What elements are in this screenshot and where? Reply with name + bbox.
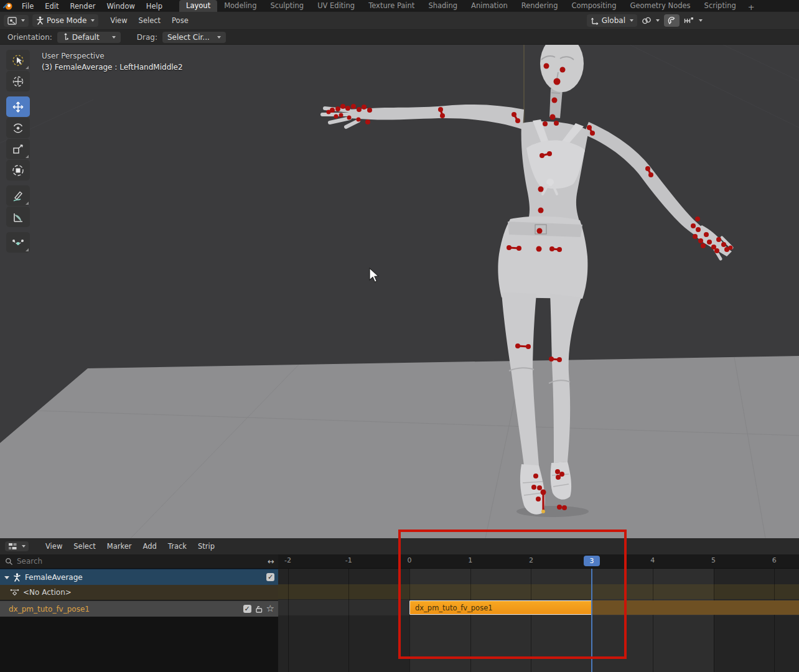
nla-menu-select[interactable]: Select xyxy=(68,542,101,551)
bone-marker-dot[interactable] xyxy=(556,475,561,480)
bone-marker-dot[interactable] xyxy=(538,208,544,213)
bone-marker-dot[interactable] xyxy=(357,118,361,122)
track-mute-checkbox[interactable]: ✓ xyxy=(243,605,251,613)
bone-marker-dot[interactable] xyxy=(698,238,703,243)
bone-marker-dot[interactable] xyxy=(362,105,367,110)
fit-view-button[interactable]: ↔ xyxy=(268,557,274,566)
bone-marker-dot[interactable] xyxy=(347,116,352,120)
selected-bone-tip[interactable] xyxy=(541,510,545,513)
tool-transform-button[interactable] xyxy=(6,160,30,180)
tool-move-button[interactable] xyxy=(6,96,30,117)
workspace-tab-sculpting[interactable]: Sculpting xyxy=(263,0,311,12)
unlock-icon[interactable] xyxy=(255,605,263,614)
workspace-tab-scripting[interactable]: Scripting xyxy=(698,0,743,12)
bone-marker-dot[interactable] xyxy=(544,63,549,69)
bone-marker-dot[interactable] xyxy=(536,497,541,502)
bone-marker-dot[interactable] xyxy=(707,240,712,245)
bone-marker-dot[interactable] xyxy=(704,232,709,237)
bone-marker-dot[interactable] xyxy=(557,357,562,362)
tool-measure-button[interactable] xyxy=(6,207,30,227)
bone-marker-dot[interactable] xyxy=(714,248,719,253)
pivot-point-dropdown[interactable] xyxy=(638,15,663,27)
bone-marker-dot[interactable] xyxy=(526,344,531,349)
workspace-tab-animation[interactable]: Animation xyxy=(464,0,515,12)
snap-toggle[interactable] xyxy=(664,14,680,27)
workspace-tab-rendering[interactable]: Rendering xyxy=(515,0,565,12)
tool-cursor-button[interactable] xyxy=(6,71,30,91)
viewport-menu-pose[interactable]: Pose xyxy=(166,16,194,25)
bone-marker-dot[interactable] xyxy=(533,474,538,478)
workspace-tab-compositing[interactable]: Compositing xyxy=(564,0,623,12)
bone-marker-dot[interactable] xyxy=(721,242,726,247)
bone-marker-dot[interactable] xyxy=(345,106,350,111)
workspace-tab-layout[interactable]: Layout xyxy=(179,0,217,12)
bone-marker-dot[interactable] xyxy=(536,246,542,252)
bone-marker-dot[interactable] xyxy=(590,131,595,136)
bone-marker-dot[interactable] xyxy=(543,121,548,126)
nla-menu-marker[interactable]: Marker xyxy=(101,542,138,551)
bone-marker-dot[interactable] xyxy=(691,223,696,228)
bone-marker-dot[interactable] xyxy=(327,110,331,114)
channel-row-no-action[interactable]: <No Action> xyxy=(0,585,278,600)
bone-marker-dot[interactable] xyxy=(693,234,698,239)
bone-marker-dot[interactable] xyxy=(549,246,554,251)
solo-star-icon[interactable]: ☆ xyxy=(266,605,274,613)
tool-scale-button[interactable] xyxy=(6,139,30,159)
bone-marker-dot[interactable] xyxy=(716,237,721,242)
tool-annotate-button[interactable] xyxy=(6,185,30,206)
nla-menu-view[interactable]: View xyxy=(40,542,68,551)
workspace-tab-geometry-nodes[interactable]: Geometry Nodes xyxy=(624,0,698,12)
bone-marker-dot[interactable] xyxy=(507,245,512,250)
bone-marker-dot[interactable] xyxy=(729,246,733,250)
menu-edit[interactable]: Edit xyxy=(39,2,64,11)
snap-target-dropdown[interactable] xyxy=(681,15,706,27)
bone-marker-dot[interactable] xyxy=(554,78,561,85)
bone-marker-dot[interactable] xyxy=(351,104,356,109)
channel-row-object[interactable]: FemaleAverage ✓ xyxy=(0,569,278,585)
bone-marker-dot[interactable] xyxy=(645,166,650,171)
viewport-menu-view[interactable]: View xyxy=(105,16,133,25)
blender-logo-icon[interactable] xyxy=(0,2,16,11)
bone-marker-dot[interactable] xyxy=(340,104,345,109)
tool-rotate-button[interactable] xyxy=(6,118,30,138)
bone-marker-dot[interactable] xyxy=(557,505,562,510)
bone-marker-dot[interactable] xyxy=(696,227,701,232)
bone-marker-dot[interactable] xyxy=(701,243,706,248)
bone-marker-dot[interactable] xyxy=(440,113,445,118)
workspace-tab-shading[interactable]: Shading xyxy=(421,0,464,12)
bone-marker-dot[interactable] xyxy=(562,505,567,510)
bone-marker-dot[interactable] xyxy=(515,343,520,348)
bone-marker-dot[interactable] xyxy=(367,108,372,113)
bone-marker-dot[interactable] xyxy=(357,107,362,112)
bone-marker-dot[interactable] xyxy=(538,187,544,192)
menu-file[interactable]: File xyxy=(16,2,39,11)
mode-selector[interactable]: Pose Mode xyxy=(32,14,98,27)
bone-marker-dot[interactable] xyxy=(549,357,554,362)
bone-marker-dot[interactable] xyxy=(334,114,339,119)
menu-window[interactable]: Window xyxy=(101,2,140,11)
bone-marker-dot[interactable] xyxy=(516,246,521,251)
nla-menu-strip[interactable]: Strip xyxy=(192,542,220,551)
nla-search-bar[interactable]: Search ↔ xyxy=(0,554,278,569)
bone-marker-dot[interactable] xyxy=(515,118,520,123)
bone-marker-dot[interactable] xyxy=(547,151,552,156)
bone-marker-dot[interactable] xyxy=(555,469,560,474)
bone-marker-dot[interactable] xyxy=(541,490,546,495)
nla-menu-add[interactable]: Add xyxy=(138,542,162,551)
nla-menu-track[interactable]: Track xyxy=(162,542,192,551)
bone-marker-dot[interactable] xyxy=(648,172,653,177)
bone-marker-dot[interactable] xyxy=(587,125,592,130)
bone-marker-dot[interactable] xyxy=(540,153,544,158)
tool-pose-breakdowner-button[interactable] xyxy=(6,232,30,253)
bone-marker-dot[interactable] xyxy=(554,121,559,126)
bone-marker-dot[interactable] xyxy=(365,119,370,124)
tool-tweak-select-button[interactable] xyxy=(6,50,30,70)
drag-mode-dropdown[interactable]: Select Cir... xyxy=(162,32,226,43)
viewport-3d[interactable]: User Perspective (3) FemaleAverage : Lef… xyxy=(0,0,799,538)
bone-marker-dot[interactable] xyxy=(695,217,700,222)
bone-marker-dot[interactable] xyxy=(537,485,542,490)
expand-chevron-icon[interactable] xyxy=(4,575,10,580)
menu-render[interactable]: Render xyxy=(65,2,101,11)
bone-marker-dot[interactable] xyxy=(550,114,556,120)
transform-orientation-dropdown[interactable]: Global xyxy=(587,14,637,27)
